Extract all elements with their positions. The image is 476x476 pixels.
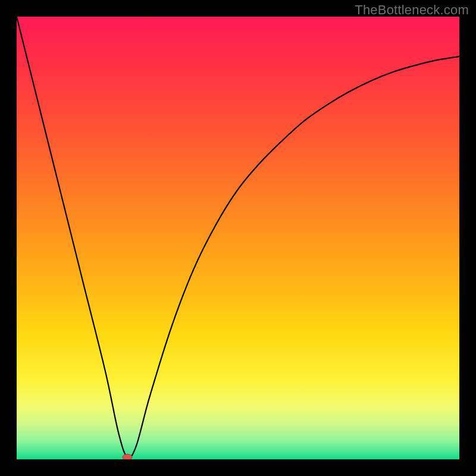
bottleneck-curve-svg	[17, 17, 459, 459]
chart-frame: TheBottleneck.com	[0, 0, 476, 476]
bottleneck-curve	[17, 17, 459, 458]
plot-area	[17, 17, 459, 459]
watermark-text: TheBottleneck.com	[355, 2, 469, 18]
min-marker	[123, 454, 132, 459]
